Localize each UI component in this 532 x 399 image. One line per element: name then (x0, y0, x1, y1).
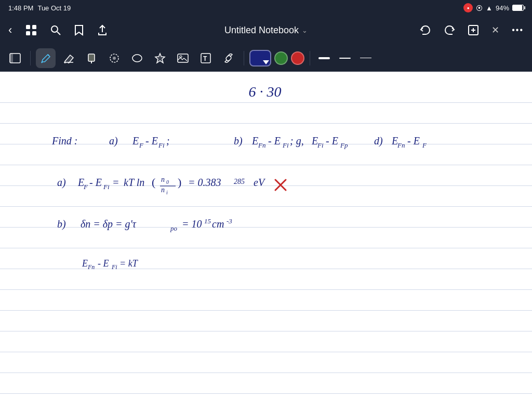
svg-text:Fn: Fn (397, 141, 405, 149)
close-button[interactable]: ✕ (489, 22, 501, 38)
svg-text:): ) (178, 176, 181, 189)
svg-text:- E: - E (98, 258, 109, 269)
grid-view-button[interactable] (23, 22, 39, 38)
pen-width-thin-button[interactable] (357, 56, 375, 60)
svg-text:Fi: Fi (158, 141, 165, 149)
pen-width-medium-button[interactable] (336, 56, 354, 61)
svg-text:(: ( (152, 176, 155, 189)
text-tool-button[interactable]: T (196, 48, 216, 68)
eraser-tool-button[interactable] (59, 48, 78, 68)
svg-text:E: E (132, 135, 139, 147)
svg-text:F: F (422, 141, 427, 149)
svg-text:0: 0 (166, 179, 169, 185)
nav-left: ‹ (6, 21, 110, 39)
svg-text:; g,: ; g, (290, 135, 304, 147)
svg-text:= 0.383: = 0.383 (188, 177, 221, 188)
bookmark-button[interactable] (72, 22, 86, 38)
svg-rect-0 (26, 25, 30, 29)
svg-text:F: F (83, 183, 88, 191)
link-tool-button[interactable] (219, 48, 238, 68)
svg-text:- E: - E (407, 135, 420, 147)
svg-text:Fi: Fi (282, 141, 289, 149)
svg-rect-19 (178, 54, 188, 62)
svg-point-16 (113, 57, 116, 60)
red-color-button[interactable] (291, 51, 304, 65)
add-page-button[interactable] (466, 22, 481, 38)
back-button[interactable]: ‹ (6, 21, 14, 39)
undo-button[interactable] (418, 23, 433, 37)
svg-rect-10 (10, 54, 13, 63)
svg-text:= kT: = kT (119, 258, 139, 269)
pen-width-thick-button[interactable] (315, 55, 333, 61)
svg-text:=: = (112, 177, 119, 188)
green-color-button[interactable] (274, 51, 288, 65)
nav-bar: ‹ Untitled Notebook (0, 16, 532, 45)
svg-line-5 (57, 32, 60, 35)
notebook-title: Untitled Notebook (224, 25, 299, 36)
lined-paper: 6 · 30 Find : a) E F - E Fi ; b) E Fn - … (0, 72, 532, 399)
color-picker-button[interactable] (249, 50, 271, 66)
selector-tool-button[interactable] (104, 48, 124, 68)
image-tool-button[interactable] (173, 48, 193, 68)
svg-text:b): b) (57, 218, 66, 230)
svg-text:- E: - E (268, 135, 281, 147)
search-button[interactable] (48, 23, 63, 37)
svg-text:po: po (170, 224, 178, 232)
more-options-button[interactable]: ••• (510, 23, 526, 37)
svg-text:- E: - E (326, 135, 338, 147)
svg-text:6 · 30: 6 · 30 (249, 84, 282, 100)
status-bar: 1:48 PM Tue Oct 19 ● ⦿ ▲ 94% (0, 0, 532, 16)
pen-tool-button[interactable] (36, 48, 56, 68)
signal-icon: ▲ (486, 4, 493, 12)
svg-text:E: E (251, 135, 258, 147)
svg-rect-3 (32, 31, 36, 35)
lasso-tool-button[interactable] (127, 48, 147, 68)
svg-text:kT ln: kT ln (124, 177, 144, 188)
toolbar-separator-2 (244, 51, 244, 65)
status-left: 1:48 PM Tue Oct 19 (8, 4, 71, 12)
toolbar-separator-3 (310, 51, 310, 65)
notebook-page[interactable]: 6 · 30 Find : a) E F - E Fi ; b) E Fn - … (0, 72, 532, 399)
recording-indicator: ● (463, 3, 473, 12)
svg-text:Fi: Fi (103, 183, 110, 191)
nav-center[interactable]: Untitled Notebook ⌄ (224, 25, 308, 36)
svg-text:;: ; (166, 135, 170, 147)
svg-rect-2 (26, 31, 30, 35)
svg-text:eV: eV (254, 177, 266, 188)
svg-text:a): a) (57, 177, 66, 189)
svg-text:a): a) (109, 135, 118, 147)
svg-text:Find :: Find : (51, 135, 77, 147)
svg-text:Fi: Fi (111, 263, 117, 271)
svg-rect-1 (32, 25, 36, 29)
svg-text:15: 15 (204, 217, 211, 225)
time: 1:48 PM (8, 4, 33, 12)
svg-text:Fi: Fi (317, 141, 324, 149)
svg-marker-18 (155, 54, 165, 63)
svg-text:b): b) (234, 135, 243, 147)
svg-text:- E: - E (89, 177, 102, 188)
redo-button[interactable] (442, 23, 457, 37)
svg-marker-23 (263, 60, 269, 64)
svg-text:n: n (161, 186, 165, 194)
wifi-icon: ⦿ (476, 4, 483, 12)
battery-percent: 94% (496, 4, 509, 12)
nav-right: ✕ ••• (418, 22, 526, 38)
svg-point-4 (51, 26, 58, 32)
svg-text:- E: - E (145, 135, 158, 147)
svg-text:E: E (82, 258, 88, 269)
svg-text:Fn: Fn (258, 141, 265, 149)
toolbar-separator-1 (30, 51, 31, 65)
share-button[interactable] (95, 22, 110, 38)
status-right: ● ⦿ ▲ 94% (463, 3, 524, 12)
svg-text:n: n (161, 176, 165, 183)
star-tool-button[interactable] (150, 48, 170, 68)
svg-rect-13 (88, 54, 95, 61)
highlighter-tool-button[interactable] (82, 48, 101, 68)
toolbar: T (0, 45, 532, 72)
svg-text:= 10: = 10 (182, 218, 202, 230)
sidebar-toggle-button[interactable] (5, 48, 25, 68)
title-dropdown-arrow[interactable]: ⌄ (302, 26, 308, 34)
svg-text:Fn: Fn (87, 263, 95, 271)
date: Tue Oct 19 (37, 4, 71, 12)
svg-point-17 (132, 55, 142, 62)
